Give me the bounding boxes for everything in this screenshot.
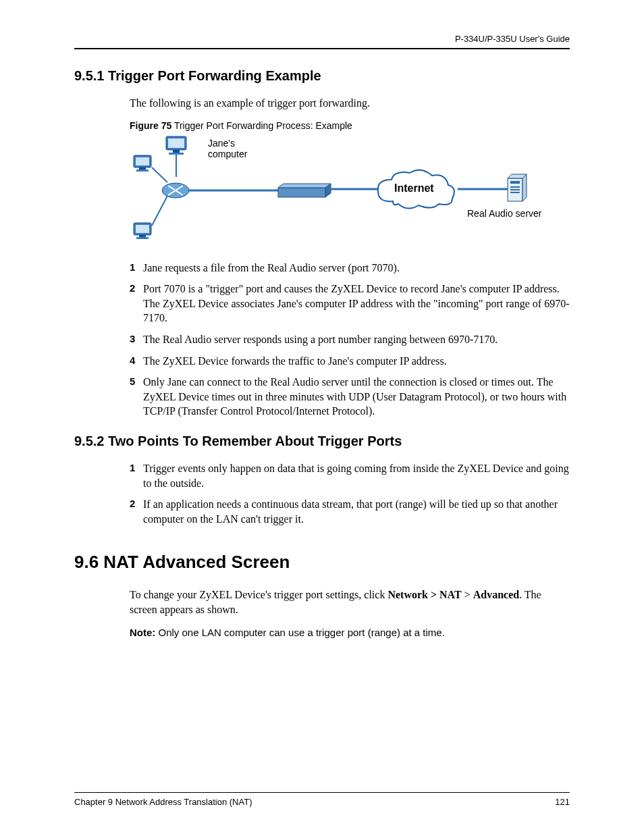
list-item: 3The Real Audio server responds using a … [130, 332, 570, 347]
list-item: 2If an application needs a continuous da… [130, 497, 570, 526]
svg-rect-18 [278, 188, 325, 197]
footer-chapter: Chapter 9 Network Address Translation (N… [74, 797, 252, 807]
router-icon [162, 183, 189, 198]
figure-label-janes-computer: Jane's computer [208, 138, 247, 159]
svg-rect-6 [136, 225, 149, 233]
para-9-6: To change your ZyXEL Device's trigger po… [130, 588, 570, 617]
heading-9-5-2: 9.5.2 Two Points To Remember About Trigg… [74, 434, 570, 449]
header-rule [74, 48, 570, 49]
lan-computer-icon [134, 155, 167, 182]
header-guide-title: P-334U/P-335U User's Guide [74, 34, 570, 44]
svg-rect-26 [510, 189, 520, 190]
list-item: 4The ZyXEL Device forwards the traffic t… [130, 354, 570, 369]
intro-para: The following is an example of trigger p… [130, 96, 570, 111]
svg-rect-8 [136, 237, 149, 239]
svg-rect-13 [169, 153, 184, 155]
section-9-6-body: To change your ZyXEL Device's trigger po… [130, 588, 570, 637]
svg-line-4 [152, 167, 167, 182]
svg-rect-1 [136, 157, 149, 165]
modem-icon [278, 184, 331, 197]
figure-caption: Figure 75 Trigger Port Forwarding Proces… [130, 120, 570, 131]
figure-number: Figure 75 [130, 120, 171, 131]
heading-9-5-1: 9.5.1 Trigger Port Forwarding Example [74, 68, 570, 84]
heading-9-6: 9.6 NAT Advanced Screen [74, 552, 570, 573]
note-label: Note: [130, 627, 155, 638]
footer: Chapter 9 Network Address Translation (N… [74, 792, 570, 807]
footer-page-number: 121 [555, 797, 570, 807]
page: P-334U/P-335U User's Guide 9.5.1 Trigger… [0, 0, 644, 834]
svg-marker-19 [278, 184, 331, 188]
figure-svg [130, 135, 562, 254]
steps-9-5-2: 1Trigger events only happen on data that… [130, 461, 570, 526]
figure-75: Jane's computer Internet Real Audio serv… [130, 135, 562, 254]
section-9-5-2-body: 1Trigger events only happen on data that… [130, 461, 570, 526]
list-item: 5Only Jane can connect to the Real Audio… [130, 375, 570, 419]
figure-caption-text: Trigger Port Forwarding Process: Example [171, 120, 352, 131]
svg-rect-3 [136, 170, 149, 172]
list-item: 1Trigger events only happen on data that… [130, 461, 570, 490]
svg-rect-11 [168, 138, 184, 148]
svg-rect-7 [139, 235, 146, 237]
nav-path-1: Network > NAT [387, 589, 461, 600]
steps-9-5-1: 1Jane requests a file from the Real Audi… [130, 261, 570, 419]
server-icon [508, 174, 527, 201]
footer-rule [74, 792, 570, 793]
lan-computer-icon [134, 196, 167, 239]
figure-label-real-audio-server: Real Audio server [467, 208, 542, 219]
note-text: Only one LAN computer can use a trigger … [155, 627, 445, 638]
janes-computer-icon [166, 136, 186, 177]
svg-rect-27 [510, 192, 520, 193]
note: Note: Only one LAN computer can use a tr… [130, 627, 570, 638]
section-9-5-1-body: The following is an example of trigger p… [130, 96, 570, 419]
svg-rect-2 [139, 167, 146, 170]
svg-line-9 [152, 196, 167, 226]
figure-label-internet: Internet [394, 182, 434, 194]
svg-rect-25 [510, 186, 520, 188]
nav-path-2: Advanced [473, 589, 519, 600]
list-item: 1Jane requests a file from the Real Audi… [130, 261, 570, 276]
svg-rect-12 [173, 150, 180, 153]
list-item: 2Port 7070 is a "trigger" port and cause… [130, 282, 570, 325]
svg-rect-24 [510, 181, 520, 184]
svg-marker-23 [522, 174, 527, 201]
